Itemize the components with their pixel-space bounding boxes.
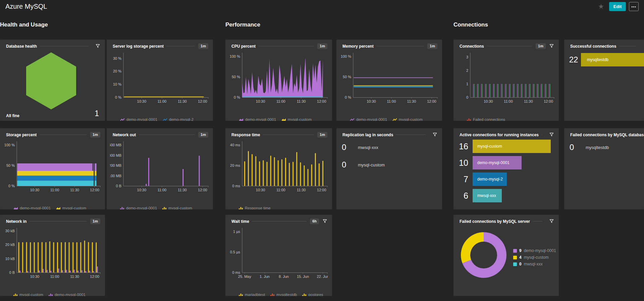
health-count: 1: [95, 109, 99, 118]
hbar-row: 6mwsql-xxx: [453, 189, 559, 202]
tile-title: Wait time: [231, 219, 249, 224]
tile-successful-connections[interactable]: Successful connections 22mysqltestdb: [564, 40, 644, 121]
tile-network-in[interactable]: Network in 1m 0 B10 kB20 kB30 kB10:3011:…: [0, 215, 105, 296]
tile-database-health[interactable]: Database health All fine 1: [0, 40, 105, 121]
svg-text:0 %: 0 %: [234, 95, 240, 99]
tile-storage-percent[interactable]: Storage percent 1m 0 %50 %100 %10:3011:0…: [0, 128, 105, 209]
favorite-star-icon[interactable]: ★: [598, 2, 604, 10]
tile-header: Network in 1m: [0, 215, 105, 224]
svg-text:12:00: 12:00: [544, 99, 553, 103]
chart-area: 0 %50 %100 %10:3011:0011:3012:00: [336, 49, 442, 117]
tile-header: Server log storage percent 1m: [107, 40, 213, 49]
legend-item[interactable]: demo-mysql-0001: [120, 206, 157, 209]
tile-header: Replication lag in seconds: [336, 128, 442, 138]
filter-icon[interactable]: [95, 44, 100, 49]
tile-connections[interactable]: Connections 1m 012310:3011:0011:3012:00 …: [453, 40, 559, 121]
timeframe-badge: 1m: [317, 43, 327, 49]
svg-text:1 µs: 1 µs: [233, 230, 240, 234]
svg-text:10:30: 10:30: [137, 188, 147, 192]
hbar-value: 6: [453, 191, 468, 201]
metric-bar[interactable]: mysqltestdb: [581, 53, 644, 66]
title-rule: [263, 135, 314, 135]
tile-header: Network out 1m: [107, 128, 213, 138]
svg-text:0 B: 0 B: [116, 184, 121, 188]
value-row: 0mysqltestdb: [570, 142, 638, 152]
tile-failed-connections-db[interactable]: Failed connections by MySQL database 0my…: [564, 128, 644, 209]
tile-memory-percent[interactable]: Memory percent 1m 0 %50 %100 %10:3011:00…: [336, 40, 442, 121]
timeframe-badge: 1m: [198, 132, 208, 138]
timeframe-badge: 1m: [536, 43, 546, 49]
hbar-label: demo-mysql-0001: [473, 160, 509, 165]
tile-title: Database health: [6, 44, 37, 49]
legend-item[interactable]: demo-mysql-0001: [120, 117, 157, 121]
donut-legend-item[interactable]: 4mysql-custom: [513, 255, 556, 260]
tile-server-log-storage[interactable]: Server log storage percent 1m 0 %10 %20 …: [107, 40, 213, 121]
hbar[interactable]: demo-mysql-2: [473, 172, 507, 186]
top-bar: Azure MySQL ★ Edit •••: [0, 0, 644, 15]
more-options-button[interactable]: •••: [629, 2, 639, 11]
tile-network-out[interactable]: Network out 1m 0 B100 MB200 MB300 MB400 …: [107, 128, 213, 209]
legend-item[interactable]: mysql-custom: [392, 117, 423, 121]
timeframe-badge: 1m: [90, 132, 100, 138]
legend-item[interactable]: mariadbtest: [239, 293, 265, 296]
filter-icon[interactable]: [549, 44, 554, 49]
row-label: mwsql-xxx: [358, 145, 378, 150]
tile-cpu-percent[interactable]: CPU percent 1m 0 %50 %100 %10:3011:0011:…: [225, 40, 332, 121]
tile-response-time[interactable]: Response time 1m 0 ms20 ms40 ms10:3011:0…: [225, 128, 332, 209]
donut-chart: [461, 232, 506, 278]
chart-area: 012310:3011:0011:3012:00: [453, 49, 559, 117]
hbar[interactable]: mysql-custom: [473, 140, 551, 153]
chart-legend: demo-mysql-0001mysql-customdemo-mysql-2m…: [13, 206, 100, 209]
tile-failed-connections-server[interactable]: Failed connections by MySQL server 9demo…: [453, 215, 559, 296]
legend-item[interactable]: postgres: [302, 293, 323, 296]
svg-text:10:30: 10:30: [256, 188, 265, 192]
svg-text:11:30: 11:30: [297, 99, 306, 103]
tile-title: Storage percent: [6, 133, 37, 137]
svg-text:50 %: 50 %: [232, 75, 240, 79]
hbar-label: mwsql-xxx: [473, 193, 496, 198]
svg-text:12:00: 12:00: [90, 274, 99, 279]
hbar[interactable]: demo-mysql-0001: [473, 156, 522, 169]
legend-item[interactable]: mysql-custom: [13, 293, 43, 296]
svg-text:0 ms: 0 ms: [232, 184, 240, 188]
svg-text:11:30: 11:30: [297, 188, 306, 192]
legend-item[interactable]: demo-mysql-0001: [13, 206, 51, 209]
tile-header: Successful connections: [564, 40, 644, 49]
tile-wait-time[interactable]: Wait time 6h 0 ms0.5 µs1 µs25. May1. Jun…: [225, 215, 332, 296]
legend-item[interactable]: demo-mysql-0001: [239, 117, 276, 121]
filter-icon[interactable]: [549, 219, 554, 224]
hbar-value: 10: [453, 158, 468, 168]
filter-icon[interactable]: [432, 132, 437, 137]
legend-item[interactable]: mysqltestdb: [270, 293, 297, 296]
metric-bar-label: mysqltestdb: [581, 57, 608, 62]
value-rows: 0mwsql-xxx0mysql-custom: [336, 138, 442, 170]
chart-legend: demo-mysql-0001mysql-customdemo-mysql-2m…: [239, 117, 327, 121]
legend-item[interactable]: mysql-custom: [162, 206, 192, 209]
chart-legend: demo-mysql-0001mysql-custom: [120, 206, 208, 209]
svg-text:2: 2: [466, 68, 468, 72]
svg-text:1. Jun: 1. Jun: [260, 274, 270, 279]
filter-icon[interactable]: [322, 219, 327, 224]
title-rule: [619, 46, 636, 46]
tile-active-connections[interactable]: Active connections for running instances…: [453, 128, 559, 209]
donut-legend-item[interactable]: 9demo-mysql-0001: [513, 248, 556, 253]
tile-title: Network in: [6, 219, 26, 224]
tile-replication-lag[interactable]: Replication lag in seconds 0mwsql-xxx0my…: [336, 128, 442, 209]
donut-legend-item[interactable]: 0mwsql-xxx: [513, 262, 556, 266]
hbar-label: mysql-custom: [473, 144, 502, 149]
chart-area: 0 B10 kB20 kB30 kB10:3011:0011:3012:00: [0, 224, 105, 293]
edit-button[interactable]: Edit: [609, 2, 626, 11]
filter-icon[interactable]: [549, 132, 554, 137]
legend-item[interactable]: Failed connections: [467, 117, 505, 121]
legend-item[interactable]: demo-mysql-0001: [49, 293, 86, 296]
tile-header: CPU percent 1m: [225, 40, 332, 49]
tile-header: Active connections for running instances: [453, 128, 559, 138]
legend-item[interactable]: Response time: [239, 206, 271, 209]
legend-item[interactable]: demo-mysql-2: [163, 117, 194, 121]
legend-item[interactable]: mysql-custom: [281, 117, 312, 121]
hbar[interactable]: mwsql-xxx: [473, 189, 502, 202]
legend-item[interactable]: mysql-custom: [56, 206, 86, 209]
svg-text:0 %: 0 %: [8, 184, 15, 188]
legend-item[interactable]: demo-mysql-0001: [350, 117, 387, 121]
tile-header: Failed connections by MySQL database: [564, 128, 644, 138]
